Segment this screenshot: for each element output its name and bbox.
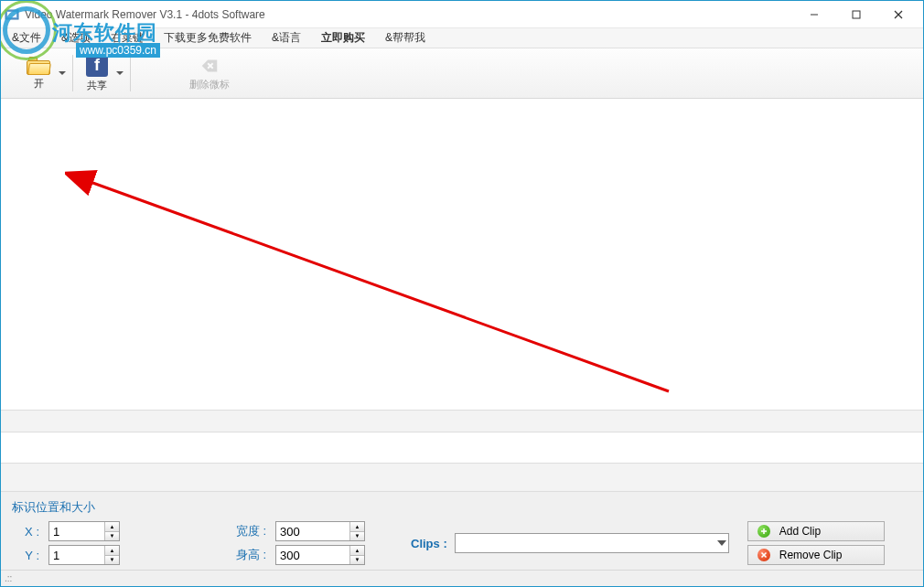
toolbar-separator [72, 55, 73, 91]
window-controls [793, 1, 919, 28]
x-field[interactable] [49, 522, 104, 540]
clips-label: Clips : [411, 537, 447, 550]
menu-help[interactable]: &帮帮我 [381, 28, 429, 48]
section-title: 标识位置和大小 [12, 499, 912, 516]
spacer [1, 432, 923, 463]
svg-rect-3 [853, 11, 860, 18]
menu-bar: &文件 &选项 右菜键 下载更多免费软件 &语言 立即购买 &帮帮我 [1, 28, 923, 48]
toolbar: 开 f 共享 删除微标 [1, 48, 923, 99]
menu-context[interactable]: 右菜键 [107, 28, 147, 48]
divider-bar-2 [1, 463, 923, 492]
open-button[interactable]: 开 [19, 50, 58, 96]
height-field[interactable] [276, 546, 349, 564]
minimize-button[interactable] [793, 1, 835, 28]
y-spin-up[interactable]: ▲ [104, 546, 119, 555]
status-bar: .:: [1, 570, 923, 586]
x-label: X : [12, 525, 39, 539]
content-area [1, 99, 923, 410]
clips-dropdown[interactable] [455, 533, 729, 553]
menu-download-more[interactable]: 下载更多免费软件 [160, 28, 255, 48]
folder-icon [27, 57, 50, 75]
plus-icon [757, 525, 770, 538]
share-button[interactable]: f 共享 [79, 50, 115, 96]
controls-row: X : ▲▼ Y : ▲▼ 宽度 : ▲▼ [12, 521, 912, 565]
width-label: 宽度 : [220, 523, 266, 539]
facebook-icon: f [86, 55, 108, 77]
maximize-button[interactable] [835, 1, 877, 28]
red-arrow-annotation [65, 158, 687, 432]
add-clip-button[interactable]: Add Clip [747, 521, 885, 541]
title-bar: Video Watermark Remover V3.1 - 4dots Sof… [1, 1, 923, 28]
position-size-panel: 标识位置和大小 X : ▲▼ Y : ▲▼ 宽度 [1, 492, 923, 574]
close-button[interactable] [877, 1, 919, 28]
remove-clip-button[interactable]: Remove Clip [747, 545, 885, 565]
menu-file[interactable]: &文件 [8, 28, 45, 48]
width-spin-down[interactable]: ▼ [349, 531, 364, 541]
app-icon [5, 7, 19, 22]
height-label: 身高 : [220, 547, 266, 563]
svg-rect-1 [7, 12, 16, 17]
x-input[interactable]: ▲▼ [48, 521, 120, 541]
width-spin-up[interactable]: ▲ [349, 522, 364, 531]
height-input[interactable]: ▲▼ [275, 545, 365, 565]
divider-bar-1 [1, 410, 923, 432]
remove-watermark-label: 删除微标 [189, 78, 230, 91]
y-input[interactable]: ▲▼ [48, 545, 120, 565]
status-grip: .:: [5, 573, 12, 583]
svg-marker-7 [116, 71, 124, 75]
svg-marker-6 [59, 71, 66, 75]
y-label: Y : [12, 549, 39, 562]
svg-line-11 [88, 181, 669, 391]
width-input[interactable]: ▲▼ [275, 521, 365, 541]
add-clip-label: Add Clip [779, 525, 821, 538]
share-label: 共享 [87, 79, 107, 92]
x-spin-down[interactable]: ▼ [104, 531, 119, 541]
height-spin-up[interactable]: ▲ [349, 546, 364, 555]
remove-watermark-icon [199, 56, 220, 76]
chevron-down-icon [717, 540, 726, 546]
remove-watermark-button: 删除微标 [182, 50, 237, 96]
svg-marker-12 [717, 540, 726, 546]
height-spin-down[interactable]: ▼ [349, 555, 364, 565]
y-spin-down[interactable]: ▼ [104, 555, 119, 565]
x-spin-up[interactable]: ▲ [104, 522, 119, 531]
x-icon [757, 549, 770, 561]
window-title: Video Watermark Remover V3.1 - 4dots Sof… [25, 8, 793, 21]
menu-language[interactable]: &语言 [268, 28, 305, 48]
y-field[interactable] [49, 546, 104, 564]
remove-clip-label: Remove Clip [779, 549, 843, 561]
open-label: 开 [34, 77, 44, 91]
share-dropdown[interactable] [115, 50, 124, 96]
open-dropdown[interactable] [58, 50, 67, 96]
menu-buy-now[interactable]: 立即购买 [317, 28, 369, 48]
toolbar-separator [130, 55, 131, 91]
menu-options[interactable]: &选项 [58, 28, 94, 48]
width-field[interactable] [276, 522, 349, 540]
